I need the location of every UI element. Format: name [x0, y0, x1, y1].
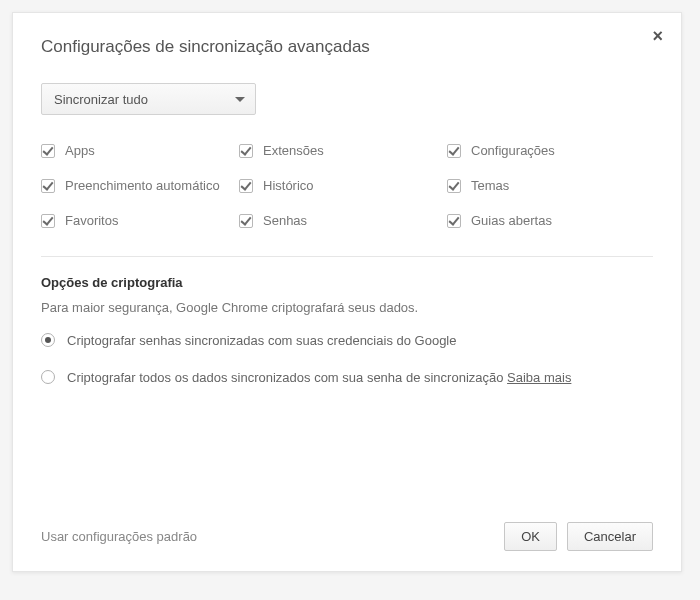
checkbox-autofill[interactable]: Preenchimento automático	[41, 178, 231, 195]
checkbox-label: Preenchimento automático	[65, 178, 220, 195]
checkbox-label: Temas	[471, 178, 509, 195]
checkbox-open-tabs[interactable]: Guias abertas	[447, 213, 647, 230]
dialog-title: Configurações de sincronização avançadas	[41, 37, 653, 57]
checkbox-label: Apps	[65, 143, 95, 160]
checkbox-settings[interactable]: Configurações	[447, 143, 647, 160]
dialog-footer: Usar configurações padrão OK Cancelar	[41, 522, 653, 551]
radio-encrypt-all[interactable]: Criptografar todos os dados sincronizado…	[41, 368, 653, 388]
use-defaults-link[interactable]: Usar configurações padrão	[41, 529, 197, 544]
close-icon[interactable]: ×	[652, 27, 663, 45]
checkbox-icon	[447, 144, 461, 158]
button-group: OK Cancelar	[504, 522, 653, 551]
checkbox-bookmarks[interactable]: Favoritos	[41, 213, 231, 230]
checkbox-themes[interactable]: Temas	[447, 178, 647, 195]
encryption-section-desc: Para maior segurança, Google Chrome crip…	[41, 300, 653, 315]
checkbox-icon	[41, 144, 55, 158]
radio-icon	[41, 333, 55, 347]
checkbox-icon	[239, 144, 253, 158]
checkbox-icon	[41, 214, 55, 228]
checkbox-label: Histórico	[263, 178, 314, 195]
checkbox-icon	[447, 214, 461, 228]
dropdown-selected-label: Sincronizar tudo	[54, 92, 148, 107]
checkbox-icon	[239, 214, 253, 228]
checkbox-apps[interactable]: Apps	[41, 143, 231, 160]
checkbox-icon	[41, 179, 55, 193]
radio-label: Criptografar senhas sincronizadas com su…	[67, 331, 456, 351]
radio-encrypt-passwords[interactable]: Criptografar senhas sincronizadas com su…	[41, 331, 653, 351]
checkbox-label: Guias abertas	[471, 213, 552, 230]
radio-icon	[41, 370, 55, 384]
checkbox-label: Senhas	[263, 213, 307, 230]
radio-label-group: Criptografar todos os dados sincronizado…	[67, 368, 571, 388]
checkbox-icon	[447, 179, 461, 193]
chevron-down-icon	[235, 97, 245, 102]
learn-more-link[interactable]: Saiba mais	[507, 370, 571, 385]
sync-options-grid: Apps Extensões Configurações Preenchimen…	[41, 143, 653, 230]
encryption-section-title: Opções de criptografia	[41, 275, 653, 290]
checkbox-label: Configurações	[471, 143, 555, 160]
sync-mode-dropdown[interactable]: Sincronizar tudo	[41, 83, 256, 115]
sync-settings-dialog: × Configurações de sincronização avançad…	[12, 12, 682, 572]
checkbox-icon	[239, 179, 253, 193]
radio-label: Criptografar todos os dados sincronizado…	[67, 370, 507, 385]
checkbox-passwords[interactable]: Senhas	[239, 213, 439, 230]
checkbox-label: Extensões	[263, 143, 324, 160]
ok-button[interactable]: OK	[504, 522, 557, 551]
checkbox-label: Favoritos	[65, 213, 118, 230]
checkbox-history[interactable]: Histórico	[239, 178, 439, 195]
checkbox-extensions[interactable]: Extensões	[239, 143, 439, 160]
cancel-button[interactable]: Cancelar	[567, 522, 653, 551]
divider	[41, 256, 653, 257]
